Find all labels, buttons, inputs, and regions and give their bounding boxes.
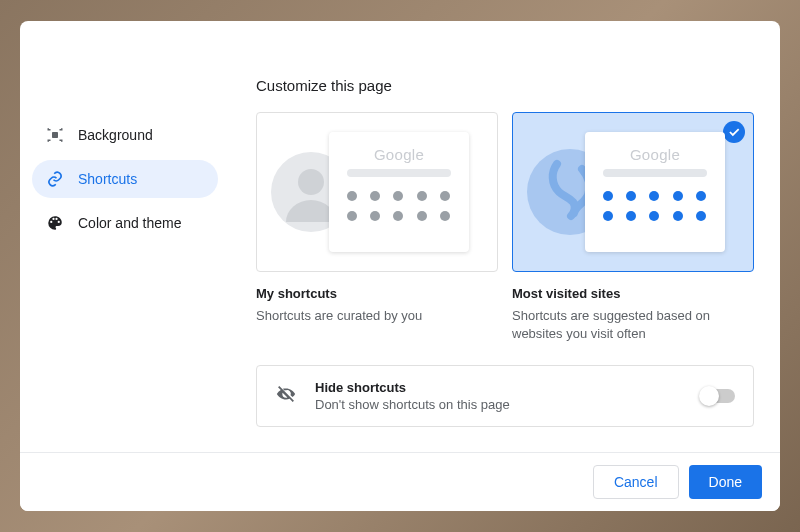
sidebar-item-label: Color and theme xyxy=(78,215,182,231)
option-description: Shortcuts are suggested based on website… xyxy=(512,307,754,343)
hide-icon xyxy=(275,383,297,409)
card-descriptions: My shortcuts Shortcuts are curated by yo… xyxy=(256,286,754,343)
shortcut-dots xyxy=(597,191,713,221)
sidebar-item-label: Background xyxy=(78,127,153,143)
done-button[interactable]: Done xyxy=(689,465,762,499)
option-title: Most visited sites xyxy=(512,286,754,301)
hide-texts: Hide shortcuts Don't show shortcuts on t… xyxy=(315,380,683,412)
option-description: Shortcuts are curated by you xyxy=(256,307,498,325)
dialog-content: Background Shortcuts Color and theme Cus… xyxy=(20,21,780,511)
sidebar-item-shortcuts[interactable]: Shortcuts xyxy=(32,160,218,198)
hide-toggle[interactable] xyxy=(701,389,735,403)
google-logo: Google xyxy=(341,146,457,163)
google-logo: Google xyxy=(597,146,713,163)
search-bar-preview xyxy=(603,169,707,177)
option-cards: Google Go xyxy=(256,112,754,272)
check-icon xyxy=(723,121,745,143)
mini-preview: Google xyxy=(329,132,469,252)
page-title: Customize this page xyxy=(256,77,754,94)
svg-point-2 xyxy=(298,169,324,195)
meta-most-visited: Most visited sites Shortcuts are suggest… xyxy=(512,286,754,343)
background-icon xyxy=(46,126,64,144)
sidebar-item-color-theme[interactable]: Color and theme xyxy=(32,204,218,242)
shortcut-dots xyxy=(341,191,457,221)
card-my-shortcuts[interactable]: Google xyxy=(256,112,498,272)
option-title: My shortcuts xyxy=(256,286,498,301)
dialog-footer: Cancel Done xyxy=(20,452,780,511)
hide-description: Don't show shortcuts on this page xyxy=(315,397,683,412)
sidebar: Background Shortcuts Color and theme xyxy=(20,21,230,511)
cancel-button[interactable]: Cancel xyxy=(593,465,679,499)
sidebar-item-background[interactable]: Background xyxy=(32,116,218,154)
link-icon xyxy=(46,170,64,188)
hide-shortcuts-row: Hide shortcuts Don't show shortcuts on t… xyxy=(256,365,754,427)
mini-preview: Google xyxy=(585,132,725,252)
hide-title: Hide shortcuts xyxy=(315,380,683,395)
palette-icon xyxy=(46,214,64,232)
customize-dialog: Background Shortcuts Color and theme Cus… xyxy=(20,21,780,511)
meta-my-shortcuts: My shortcuts Shortcuts are curated by yo… xyxy=(256,286,498,343)
sidebar-item-label: Shortcuts xyxy=(78,171,137,187)
svg-rect-0 xyxy=(52,132,58,138)
search-bar-preview xyxy=(347,169,451,177)
main-panel: Customize this page Google xyxy=(230,21,780,511)
card-most-visited[interactable]: Google xyxy=(512,112,754,272)
